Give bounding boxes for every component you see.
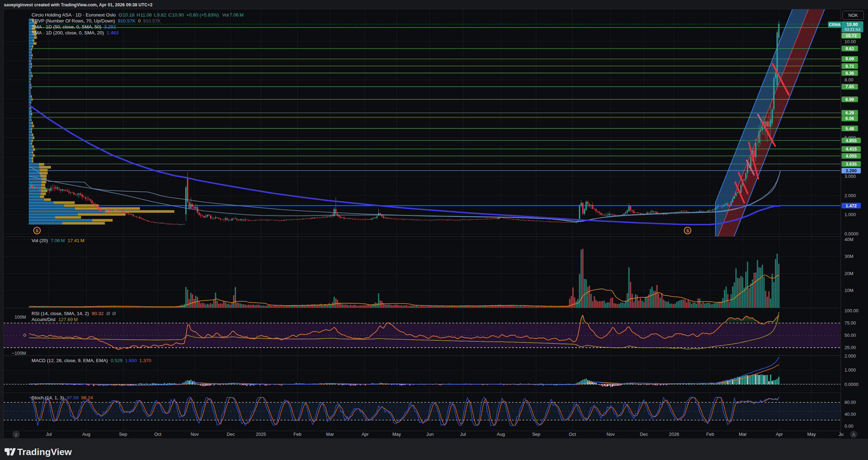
svg-text:10.72: 10.72: [846, 33, 856, 38]
svg-text:5.48: 5.48: [846, 126, 854, 131]
svg-text:Apr: Apr: [362, 432, 369, 437]
svg-text:7.65: 7.65: [846, 84, 854, 89]
svg-text:0.0000: 0.0000: [845, 382, 859, 387]
svg-text:May: May: [392, 432, 401, 437]
svg-text:Aug: Aug: [497, 432, 505, 437]
svg-text:4.055: 4.055: [846, 154, 856, 159]
svg-text:S: S: [686, 228, 689, 233]
svg-text:100M: 100M: [14, 314, 26, 320]
svg-text:Ju: Ju: [839, 432, 843, 437]
svg-text:Sep: Sep: [119, 432, 127, 437]
svg-text:Jun: Jun: [426, 432, 434, 437]
svg-text:z: z: [15, 432, 17, 437]
svg-text:3.635: 3.635: [846, 162, 856, 167]
svg-text:Feb: Feb: [294, 432, 301, 437]
svg-text:4.415: 4.415: [846, 147, 856, 152]
svg-text:CRNA: CRNA: [829, 22, 840, 27]
svg-text:10.90: 10.90: [847, 22, 858, 27]
svg-text:Vol (20)7.06 M17.41 M: Vol (20)7.06 M17.41 M: [32, 238, 85, 243]
svg-text:10M: 10M: [845, 288, 853, 293]
svg-text:1.472: 1.472: [846, 204, 856, 208]
svg-text:MACD (12, 26, close, 9, EMA, E: MACD (12, 26, close, 9, EMA, EMA)0.5291.…: [32, 358, 151, 363]
svg-text:0: 0: [23, 333, 26, 338]
svg-text:May: May: [807, 432, 816, 437]
svg-text:2.000: 2.000: [845, 353, 856, 359]
svg-text:100.00: 100.00: [845, 308, 859, 313]
svg-text:Mar: Mar: [326, 432, 334, 437]
svg-text:6.99: 6.99: [846, 97, 854, 102]
svg-text:40.00: 40.00: [845, 412, 856, 417]
svg-text:80.00: 80.00: [845, 400, 856, 405]
svg-text:4.855: 4.855: [846, 138, 856, 143]
svg-text:Mar: Mar: [739, 432, 747, 437]
svg-text:0.0000: 0.0000: [845, 231, 859, 236]
svg-text:1.000: 1.000: [845, 212, 856, 217]
svg-text:2026: 2026: [669, 432, 679, 437]
svg-text:Feb: Feb: [706, 432, 714, 437]
svg-text:savepiginvest created with Tra: savepiginvest created with TradingView.c…: [4, 2, 153, 7]
svg-text:20M: 20M: [845, 271, 853, 276]
svg-text:RSI (14, close, SMA, 14, 2)90.: RSI (14, close, SMA, 14, 2)90.32ØØ: [32, 311, 116, 316]
svg-text:Nov: Nov: [606, 432, 615, 437]
svg-text:40M: 40M: [845, 237, 853, 242]
svg-text:Aug: Aug: [82, 432, 90, 437]
svg-text:TradingView: TradingView: [17, 447, 72, 457]
svg-text:Sep: Sep: [532, 432, 540, 437]
svg-text:1.000: 1.000: [845, 367, 856, 373]
svg-text:Dec: Dec: [640, 432, 648, 437]
svg-text:Oct: Oct: [569, 432, 576, 437]
svg-text:Circio Holding ASA · 1D · Euro: Circio Holding ASA · 1D · Euronext OsloO…: [32, 12, 243, 18]
svg-text:9.63: 9.63: [846, 46, 854, 51]
svg-text:10.00: 10.00: [845, 39, 856, 44]
svg-text:25.00: 25.00: [845, 345, 856, 350]
svg-text:0.00: 0.00: [845, 424, 853, 429]
svg-text:9.09: 9.09: [846, 56, 854, 61]
svg-text:3.000: 3.000: [845, 174, 856, 179]
svg-text:6.29: 6.29: [846, 111, 854, 115]
svg-text:Dec: Dec: [227, 432, 235, 437]
svg-text:2.000: 2.000: [845, 193, 856, 198]
svg-text:S: S: [35, 228, 38, 233]
svg-text:2025: 2025: [256, 432, 266, 437]
svg-text:30M: 30M: [845, 254, 853, 259]
svg-text:Accum/Dist127.69 M: Accum/Dist127.69 M: [32, 317, 78, 322]
svg-text:A: A: [852, 432, 855, 437]
svg-text:75.00: 75.00: [845, 320, 856, 326]
svg-text:6.06: 6.06: [846, 116, 854, 121]
svg-text:8.72: 8.72: [846, 64, 854, 69]
svg-text:Oct: Oct: [154, 432, 162, 437]
svg-text:Stoch (14, 1, 3)97.5996.24: Stoch (14, 1, 3)97.5996.24: [32, 395, 93, 400]
svg-text:50.00: 50.00: [845, 333, 856, 338]
svg-text:8.00: 8.00: [845, 77, 853, 82]
svg-text:−100M: −100M: [12, 351, 26, 356]
svg-text:Nov: Nov: [190, 432, 199, 437]
svg-text:03:21:53: 03:21:53: [845, 27, 860, 32]
svg-text:Jul: Jul: [46, 432, 52, 437]
svg-text:Jul: Jul: [460, 432, 466, 437]
svg-text:8.36: 8.36: [846, 71, 854, 76]
svg-text:3.290: 3.290: [846, 168, 856, 173]
svg-text:Apr: Apr: [776, 432, 783, 437]
svg-text:NOK: NOK: [848, 13, 858, 18]
